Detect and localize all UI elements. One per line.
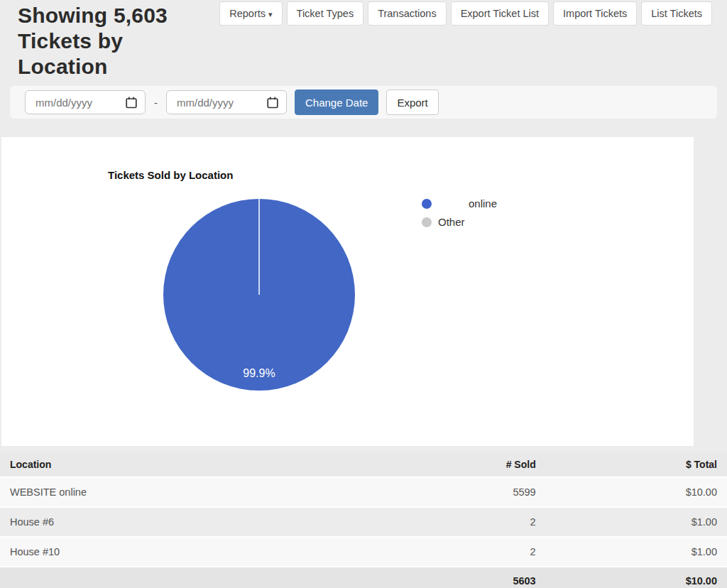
pie-percent-label: 99.9% <box>243 367 275 379</box>
start-date-input[interactable]: mm/dd/yyyy <box>25 90 146 114</box>
caret-down-icon: ▾ <box>268 10 273 18</box>
table-row[interactable]: WEBSITE online 5599 $10.00 <box>0 477 727 507</box>
cell-location: House #6 <box>0 507 436 537</box>
cell-total: $10.00 <box>536 477 727 507</box>
nav-import-tickets-button[interactable]: Import Tickets <box>553 1 637 26</box>
nav-reports-label: Reports <box>229 8 266 19</box>
calendar-icon[interactable] <box>267 97 278 109</box>
legend-swatch-online-icon <box>422 199 432 209</box>
date-range-separator: - <box>154 97 158 109</box>
cell-footer-location <box>0 567 436 588</box>
end-date-input[interactable]: mm/dd/yyyy <box>166 90 287 114</box>
date-filter-bar: mm/dd/yyyy - mm/dd/yyyy Change Date Expo… <box>10 86 717 119</box>
legend-item-other[interactable]: Other <box>422 216 497 228</box>
column-header-sold: # Sold <box>436 452 535 477</box>
page-title: Showing 5,603 Tickets by Location <box>0 0 204 80</box>
cell-location: WEBSITE online <box>0 477 436 507</box>
table-row[interactable]: House #6 2 $1.00 <box>0 507 727 537</box>
legend-swatch-other-icon <box>422 217 432 227</box>
cell-footer-sold: 5603 <box>436 567 535 588</box>
legend-label-other: Other <box>438 216 465 228</box>
chart-legend: online Other <box>422 197 497 401</box>
cell-sold: 2 <box>436 507 535 537</box>
pie-chart: 99.9% <box>153 188 366 401</box>
top-nav: Reports▾ Ticket Types Transactions Expor… <box>219 1 712 26</box>
chart-title: Tickets Sold by Location <box>1 137 694 181</box>
cell-total: $1.00 <box>536 507 727 537</box>
legend-label-online: online <box>469 197 497 209</box>
chart-body: 99.9% online Other <box>1 188 694 401</box>
nav-list-tickets-button[interactable]: List Tickets <box>641 1 712 26</box>
cell-sold: 2 <box>436 537 535 567</box>
legend-item-online[interactable]: online <box>422 197 497 209</box>
location-table: Location # Sold $ Total WEBSITE online 5… <box>0 452 727 588</box>
nav-reports-button[interactable]: Reports▾ <box>219 1 282 26</box>
column-header-total: $ Total <box>536 452 727 477</box>
nav-transactions-button[interactable]: Transactions <box>368 1 446 26</box>
change-date-button[interactable]: Change Date <box>295 89 378 115</box>
cell-location: House #10 <box>0 537 436 567</box>
chart-card: Tickets Sold by Location 99.9% online Ot… <box>1 137 694 446</box>
table-row[interactable]: House #10 2 $1.00 <box>0 537 727 567</box>
nav-export-ticket-list-button[interactable]: Export Ticket List <box>451 1 549 26</box>
cell-footer-total: $10.00 <box>536 567 727 588</box>
end-date-placeholder: mm/dd/yyyy <box>177 97 234 109</box>
start-date-placeholder: mm/dd/yyyy <box>35 97 92 109</box>
column-header-location: Location <box>0 452 436 477</box>
table-total-row: 5603 $10.00 <box>0 567 727 588</box>
cell-total: $1.00 <box>536 537 727 567</box>
nav-ticket-types-button[interactable]: Ticket Types <box>287 1 364 26</box>
cell-sold: 5599 <box>436 477 535 507</box>
page-header: Showing 5,603 Tickets by Location Report… <box>0 0 727 80</box>
export-button[interactable]: Export <box>386 89 438 115</box>
calendar-icon[interactable] <box>126 97 137 109</box>
table-header-row: Location # Sold $ Total <box>0 452 727 477</box>
